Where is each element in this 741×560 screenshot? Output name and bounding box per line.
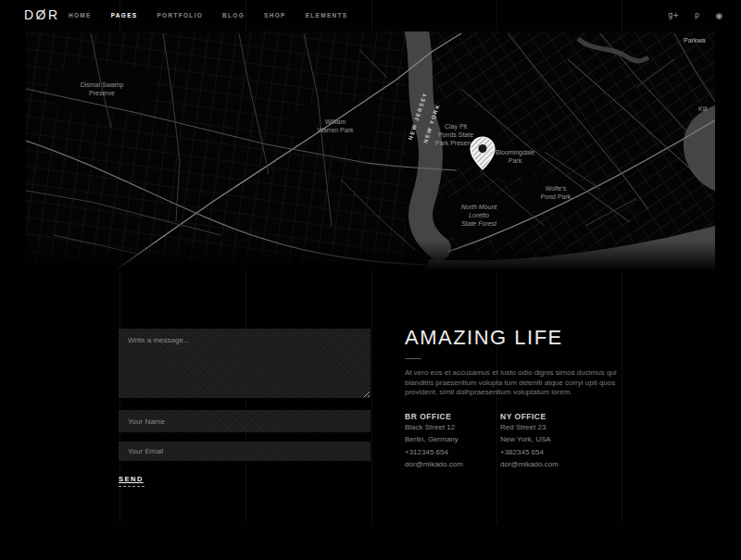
contact-page: DØR HOME PAGES PORTFOLIO BLOG SHOP ELEME…: [0, 0, 741, 560]
email-input[interactable]: [119, 442, 370, 461]
office-email[interactable]: dor@mikado.com: [500, 458, 596, 471]
office-list: BR OFFICE Black Street 12 Berlin, German…: [405, 412, 627, 471]
nav-item-elements[interactable]: ELEMENTS: [306, 12, 348, 19]
svg-text:Kill: Kill: [698, 106, 708, 112]
office-br: BR OFFICE Black Street 12 Berlin, German…: [405, 412, 500, 471]
nav-item-home[interactable]: HOME: [69, 12, 92, 19]
page-title: AMAZING LIFE: [405, 326, 627, 350]
name-input[interactable]: [119, 410, 370, 432]
office-city: Berlin, Germany: [405, 433, 500, 446]
office-street: Red Street 23: [500, 421, 596, 434]
google-plus-icon[interactable]: g+: [668, 9, 679, 22]
site-logo[interactable]: DØR: [24, 7, 60, 22]
message-textarea[interactable]: [119, 329, 370, 398]
map-canvas: Dismal SwampPreserve WilliamWarren Park …: [26, 31, 715, 271]
dribbble-icon[interactable]: ◉: [715, 9, 722, 22]
location-map[interactable]: Dismal SwampPreserve WilliamWarren Park …: [26, 31, 715, 271]
nav-item-pages[interactable]: PAGES: [111, 12, 138, 19]
pinterest-icon[interactable]: p: [695, 9, 699, 22]
intro-paragraph: At vero eos et accusamus et iusto odio d…: [405, 368, 620, 398]
social-links: g+ p ◉: [668, 9, 722, 22]
office-city: New York, USA: [500, 433, 596, 446]
contact-form: SEND: [119, 329, 370, 487]
nav-item-blog[interactable]: BLOG: [222, 12, 245, 19]
top-navigation: DØR HOME PAGES PORTFOLIO BLOG SHOP ELEME…: [0, 0, 741, 31]
office-phone: +312345 654: [405, 446, 500, 459]
info-column: AMAZING LIFE At vero eos et accusamus et…: [405, 326, 627, 471]
svg-text:Parkwa: Parkwa: [684, 37, 705, 44]
office-title: NY OFFICE: [500, 412, 596, 421]
nav-item-shop[interactable]: SHOP: [264, 12, 286, 19]
office-ny: NY OFFICE Red Street 23 New York, USA +3…: [500, 412, 596, 471]
office-title: BR OFFICE: [405, 412, 500, 421]
office-phone: +382345 654: [500, 446, 596, 459]
main-menu: HOME PAGES PORTFOLIO BLOG SHOP ELEMENTS: [69, 12, 348, 19]
title-divider: [405, 358, 421, 359]
office-email[interactable]: dor@mikado.com: [405, 458, 500, 471]
send-button[interactable]: SEND: [119, 475, 144, 487]
nav-item-portfolio[interactable]: PORTFOLIO: [157, 12, 203, 19]
office-street: Black Street 12: [405, 421, 500, 434]
